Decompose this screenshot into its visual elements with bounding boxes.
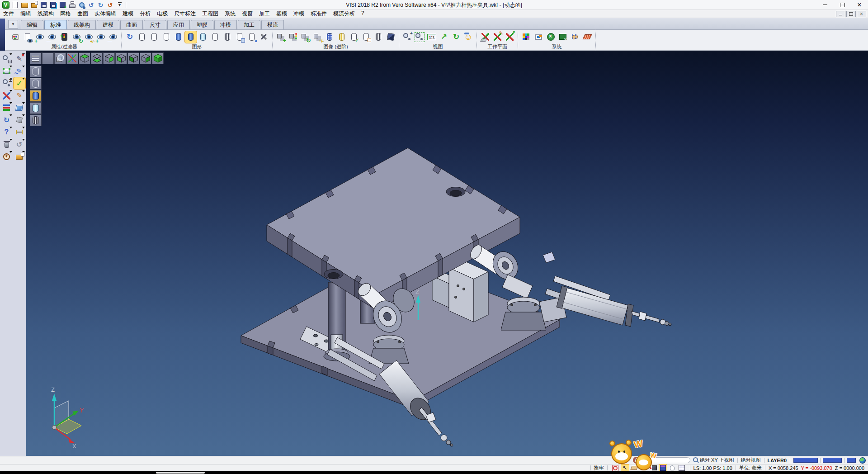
zoom-cube-icon[interactable] bbox=[1, 53, 13, 65]
menu-item-9[interactable]: 尺寸标注 bbox=[171, 10, 199, 18]
menu-item-15[interactable]: 冲模 bbox=[290, 10, 307, 18]
traffic-light-icon[interactable] bbox=[58, 31, 70, 43]
ribbon-tab-4[interactable]: 曲面 bbox=[120, 20, 143, 29]
ribbon-tab-7[interactable]: 塑膜 bbox=[191, 20, 213, 29]
cubes-traffic-light-icon[interactable] bbox=[287, 31, 299, 43]
menu-item-10[interactable]: 工程图 bbox=[199, 10, 222, 18]
mdi-close-button[interactable] bbox=[857, 11, 866, 17]
trash-icon[interactable] bbox=[1, 138, 13, 150]
cylinder-hatched-2-icon[interactable] bbox=[373, 31, 384, 43]
menu-item-13[interactable]: 加工 bbox=[256, 10, 273, 18]
cylinder-check-icon[interactable] bbox=[348, 31, 360, 43]
open-folder-page-icon[interactable] bbox=[14, 151, 25, 162]
dimension-icon[interactable] bbox=[14, 126, 25, 138]
open-file-icon[interactable] bbox=[20, 0, 29, 9]
lock-label[interactable]: 拴牢 bbox=[594, 465, 604, 471]
question-blue-icon[interactable] bbox=[640, 465, 648, 472]
eye-plus-icon[interactable] bbox=[95, 31, 107, 43]
fit-white-button[interactable] bbox=[42, 52, 54, 64]
menu-item-6[interactable]: 建模 bbox=[119, 10, 137, 18]
cylinder-lightblue-icon[interactable] bbox=[197, 31, 209, 43]
view-top-button[interactable] bbox=[79, 52, 90, 64]
tools-wrench-icon[interactable] bbox=[258, 31, 270, 43]
viewport-3d[interactable]: Z Z Y X bbox=[26, 51, 868, 456]
edit-delete-icon[interactable] bbox=[14, 53, 25, 65]
color-swatch-3[interactable] bbox=[847, 458, 856, 463]
ribbon-tab-3[interactable]: 建模 bbox=[97, 20, 119, 29]
eye-add-lasso-icon[interactable] bbox=[34, 31, 46, 43]
color-swatch-2[interactable] bbox=[823, 458, 842, 463]
toolbar-dropdown-icon[interactable] bbox=[115, 0, 124, 9]
ribbon-tab-6[interactable]: 应用 bbox=[167, 20, 190, 29]
search-icon[interactable] bbox=[693, 457, 698, 462]
move-axes-icon[interactable] bbox=[1, 90, 13, 101]
cylinder-outline-4-icon[interactable] bbox=[209, 31, 221, 43]
arrow-green-icon[interactable] bbox=[438, 31, 450, 43]
cylinder-paste-icon[interactable] bbox=[246, 31, 258, 43]
axis-triad-btn-button[interactable] bbox=[66, 52, 78, 64]
view-back-button[interactable] bbox=[140, 52, 151, 64]
eye-minus-icon[interactable] bbox=[107, 31, 119, 43]
refresh-blue-icon[interactable] bbox=[124, 31, 136, 43]
view-ref-label[interactable]: 绝对视图 bbox=[741, 457, 761, 464]
cylinder-dotted-icon[interactable] bbox=[324, 31, 335, 43]
cylinder-outline-3-icon[interactable] bbox=[160, 31, 172, 43]
taskbar-item[interactable] bbox=[156, 472, 205, 474]
menu-item-16[interactable]: 标准件 bbox=[307, 10, 330, 18]
visi-logo-icon[interactable] bbox=[1, 0, 10, 9]
mdi-minimize-button[interactable] bbox=[836, 11, 845, 17]
cylinder-hatched-icon[interactable] bbox=[222, 31, 233, 43]
sketch-pencil-icon[interactable] bbox=[14, 90, 25, 101]
menu-item-2[interactable]: 线架构 bbox=[34, 10, 57, 18]
compass-wheel-icon[interactable] bbox=[1, 151, 13, 162]
lamp-white-icon[interactable] bbox=[669, 465, 676, 472]
menu-item-17[interactable]: 模流分析 bbox=[330, 10, 358, 18]
redo-icon[interactable] bbox=[96, 0, 105, 9]
menu-item-8[interactable]: 电极 bbox=[154, 10, 171, 18]
strip-cylinder-hatched-button[interactable] bbox=[30, 114, 42, 126]
zoom-1to1-icon[interactable] bbox=[426, 31, 438, 43]
eye-refresh-icon[interactable] bbox=[71, 31, 82, 43]
view-right-button[interactable] bbox=[103, 52, 115, 64]
cube-navy-icon[interactable] bbox=[385, 31, 396, 43]
zoom-cube-view-button[interactable] bbox=[54, 52, 66, 64]
smiley-view-icon[interactable] bbox=[462, 31, 474, 43]
panel-tools-icon[interactable] bbox=[557, 31, 569, 43]
ribbon-tab-9[interactable]: 加工 bbox=[238, 20, 260, 29]
zoom-plus-icon[interactable] bbox=[401, 31, 413, 43]
ribbon-tab-1[interactable]: 标准 bbox=[44, 20, 67, 29]
window-panes-icon[interactable] bbox=[14, 102, 25, 114]
command-search-input[interactable] bbox=[638, 457, 690, 463]
tab-dropdown-button[interactable]: ▼ bbox=[8, 20, 18, 28]
axes-arrow-icon[interactable] bbox=[504, 31, 515, 43]
maximize-button[interactable] bbox=[834, 0, 851, 10]
cubes-eye-plus-minus-icon[interactable] bbox=[311, 31, 323, 43]
ribbon-tab-2[interactable]: 线架构 bbox=[68, 20, 96, 29]
cylinder-striped-icon[interactable] bbox=[336, 31, 348, 43]
zoom-window-icon[interactable] bbox=[414, 31, 425, 43]
page-eye-icon[interactable] bbox=[22, 31, 33, 43]
refresh-green-icon[interactable] bbox=[450, 31, 462, 43]
close-button[interactable] bbox=[851, 0, 868, 10]
save-as-icon[interactable] bbox=[49, 0, 57, 9]
menu-item-7[interactable]: 分析 bbox=[137, 10, 154, 18]
color-grid-icon[interactable] bbox=[520, 31, 532, 43]
eye-remove-lasso-icon[interactable] bbox=[46, 31, 58, 43]
minimize-button[interactable] bbox=[816, 0, 834, 10]
cylinder-outline-2-icon[interactable] bbox=[148, 31, 160, 43]
undo-icon[interactable] bbox=[87, 0, 95, 9]
globe-icon[interactable] bbox=[859, 457, 866, 464]
menu-item-11[interactable]: 系统 bbox=[222, 10, 239, 18]
cylinder-outline-icon[interactable] bbox=[136, 31, 148, 43]
menu-item-18[interactable]: ? bbox=[358, 10, 368, 18]
menu-item-1[interactable]: 编辑 bbox=[17, 10, 34, 18]
strip-cylinder-light-button[interactable] bbox=[30, 102, 42, 114]
check-selected-icon[interactable] bbox=[14, 77, 25, 89]
menu-item-4[interactable]: 曲面 bbox=[74, 10, 91, 18]
cylinder-copy-icon[interactable] bbox=[234, 31, 245, 43]
refresh-cube-icon[interactable] bbox=[1, 114, 13, 126]
new-file-icon[interactable] bbox=[11, 0, 19, 9]
strip-cylinder-outline-button[interactable] bbox=[30, 66, 42, 77]
grid-red-icon[interactable] bbox=[581, 31, 593, 43]
tools-circle-icon[interactable] bbox=[545, 31, 557, 43]
